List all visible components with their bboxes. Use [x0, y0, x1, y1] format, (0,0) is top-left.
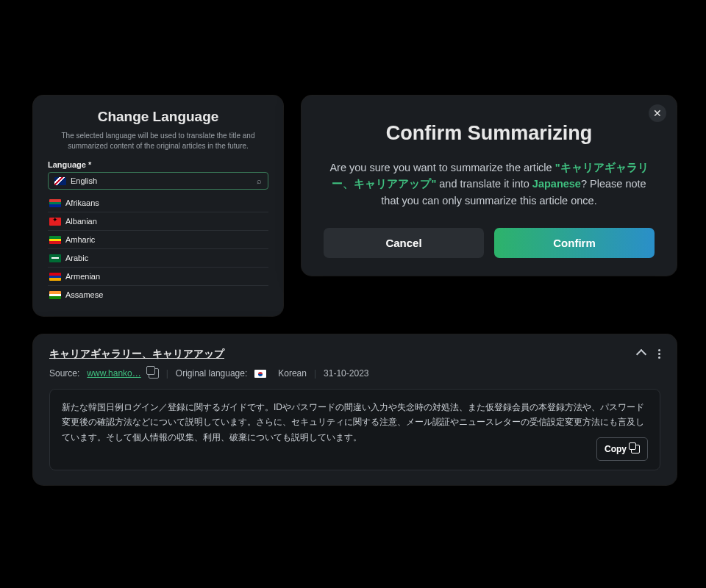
dialog-title: Change Language: [48, 109, 268, 125]
copy-source-icon[interactable]: [149, 368, 159, 379]
language-option-label: Assamese: [65, 290, 103, 299]
language-search-input[interactable]: ⌕: [48, 172, 268, 190]
language-option[interactable]: Arabic: [48, 249, 268, 268]
language-option-label: Amharic: [65, 235, 95, 244]
copy-icon: [631, 445, 640, 453]
copy-summary-button[interactable]: Copy: [596, 437, 648, 461]
original-language-value: Korean: [278, 368, 307, 379]
language-option-label: Armenian: [65, 272, 100, 281]
dialog-title: Confirm Summarizing: [324, 122, 655, 145]
language-option-label: Afrikaans: [65, 198, 99, 207]
close-button[interactable]: ✕: [649, 104, 666, 122]
source-link[interactable]: www.hanko…: [87, 368, 140, 379]
et-flag-icon: [49, 236, 61, 244]
change-language-dialog: Change Language The selected language wi…: [33, 96, 283, 316]
meta-separator: |: [314, 368, 316, 379]
confirm-summarizing-dialog: ✕ Confirm Summarizing Are you sure you w…: [302, 96, 677, 276]
al-flag-icon: [49, 218, 61, 226]
article-card: キャリアギャラリー、キャリアアップ Source: www.hanko… | O…: [33, 334, 677, 485]
kr-flag-icon: [254, 370, 266, 378]
article-summary-text: 新たな韓国日例ログイン／登録に関するガイドです。IDやパスワードの間違い入力や失…: [62, 402, 644, 442]
language-option-label: Albanian: [65, 217, 97, 226]
article-title[interactable]: キャリアギャラリー、キャリアアップ: [49, 348, 660, 361]
language-option[interactable]: Assamese: [48, 286, 268, 304]
original-language-label: Original language:: [176, 368, 247, 379]
article-meta: Source: www.hanko… | Original language: …: [49, 368, 660, 379]
cancel-button[interactable]: Cancel: [324, 228, 484, 258]
dialog-body: Are you sure you want to summarize the a…: [324, 159, 655, 209]
dialog-description: The selected language will be used to tr…: [48, 131, 268, 151]
sa-flag-icon: [49, 254, 61, 262]
dialog-button-row: Cancel Confirm: [324, 228, 655, 258]
article-actions: [638, 349, 660, 359]
language-option[interactable]: Amharic: [48, 231, 268, 249]
language-option[interactable]: Albanian: [48, 212, 268, 231]
language-option[interactable]: Afrikaans: [48, 194, 268, 212]
more-options-button[interactable]: [658, 349, 660, 359]
confirm-button[interactable]: Confirm: [494, 228, 655, 258]
target-language-highlight: Japanese: [532, 178, 581, 190]
meta-separator: |: [166, 368, 168, 379]
language-field-label: Language *: [48, 160, 268, 169]
source-label: Source:: [49, 368, 79, 379]
za-flag-icon: [49, 199, 61, 207]
language-search-field[interactable]: [71, 176, 257, 185]
copy-button-label: Copy: [605, 442, 627, 456]
article-date: 31-10-2023: [324, 368, 368, 379]
language-option[interactable]: Armenian: [48, 268, 268, 286]
uk-flag-icon: [54, 177, 66, 185]
search-icon: ⌕: [257, 176, 262, 185]
collapse-icon[interactable]: [636, 348, 646, 359]
article-summary-body: 新たな韓国日例ログイン／登録に関するガイドです。IDやパスワードの間違い入力や失…: [49, 389, 660, 470]
language-option-label: Arabic: [65, 254, 88, 262]
am-flag-icon: [49, 273, 61, 281]
in-flag-icon: [49, 291, 61, 299]
language-option-list: Afrikaans Albanian Amharic Arabic Armeni…: [48, 194, 268, 304]
close-icon: ✕: [653, 107, 662, 119]
